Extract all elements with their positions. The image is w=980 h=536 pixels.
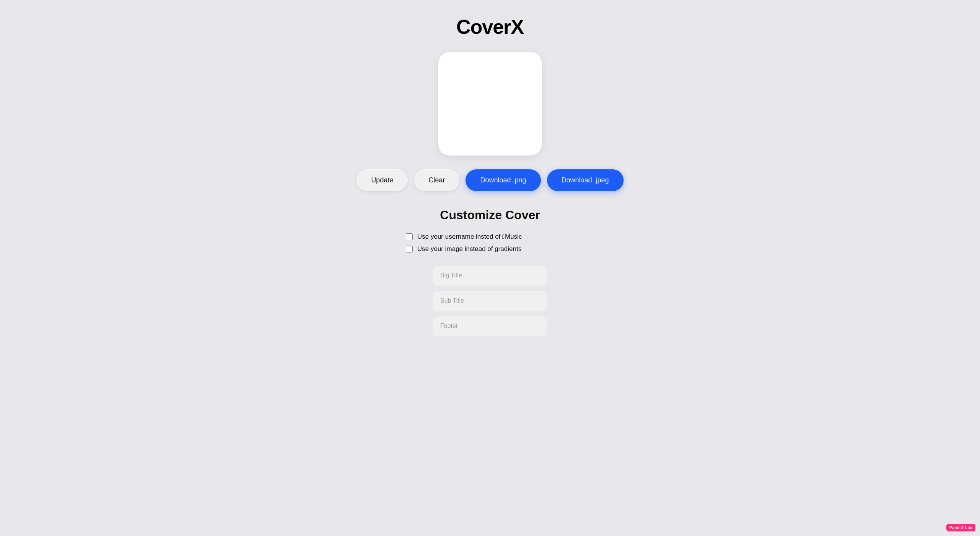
checkbox-image-text: Use your image instead of gradients [417,245,521,253]
input-fields [433,265,547,336]
download-png-button[interactable]: Download .png [466,169,541,191]
username-text-suffix: Music [505,233,522,240]
checkboxes-group: Use your username insted of Music Use y… [375,233,605,253]
apple-music-icon:  [502,233,505,240]
update-button[interactable]: Update [356,169,408,191]
checkbox-username[interactable] [406,233,413,240]
checkbox-image[interactable] [406,246,413,252]
checkbox-username-label[interactable]: Use your username insted of Music [406,233,605,241]
cover-preview [438,52,542,156]
paintx-badge: Paint X Lite [946,524,975,531]
action-buttons: Update Clear Download .png Download .jpe… [356,169,623,191]
username-text-prefix: Use your username insted of [417,233,502,240]
download-jpeg-button[interactable]: Download .jpeg [547,169,624,191]
big-title-input[interactable] [433,265,547,286]
sub-title-input[interactable] [433,290,547,311]
footer-input[interactable] [433,316,547,336]
app-title: CoverX [456,15,524,38]
checkbox-image-label[interactable]: Use your image instead of gradients [406,245,605,253]
customize-title: Customize Cover [440,208,540,222]
checkbox-username-text: Use your username insted of Music [417,233,522,241]
customize-section: Customize Cover Use your username insted… [375,208,605,336]
clear-button[interactable]: Clear [414,169,459,191]
